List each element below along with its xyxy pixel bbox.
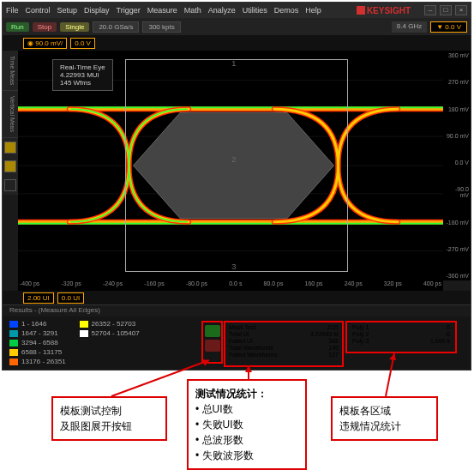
menu-demos[interactable]: Demos xyxy=(274,6,299,15)
eye-info-wfms: 145 Wfms xyxy=(60,79,105,87)
stat-label: Total UI xyxy=(229,331,249,337)
legend-label: 6588 - 13175 xyxy=(21,348,62,356)
y-axis-scale: 360 mV 270 mV 180 mV 90.0 mV 0.0 V -90.0… xyxy=(443,51,471,280)
trigger-freq[interactable]: 8.4 GHz xyxy=(392,21,427,33)
eye-diagram-plot[interactable]: 1 2 3 Real-Time Eye 4.22993 MUI 145 Wfms xyxy=(18,51,443,280)
stat-label: Mask Test xyxy=(229,324,255,330)
menu-analyze[interactable]: Analyze xyxy=(208,6,236,15)
stat-value: 127 xyxy=(328,352,339,358)
x-axis-scale: -400 ps -320 ps -240 ps -160 ps -80.0 ps… xyxy=(18,280,443,291)
stat-value: 4.22993 M xyxy=(310,331,339,337)
toolbar: Run Stop Single 20.0 GSa/s 300 kpts 8.4 … xyxy=(3,18,471,35)
tool3-icon[interactable] xyxy=(4,179,16,191)
menu-utilities[interactable]: Utilities xyxy=(243,6,267,15)
annotation-poly-violation: 模板各区域 违规情况统计 xyxy=(331,396,438,441)
mem-depth[interactable]: 300 kpts xyxy=(142,21,180,33)
stat-label: Total Waveforms xyxy=(229,345,273,351)
menu-measure[interactable]: Measure xyxy=(147,6,177,15)
x-tick: -320 ps xyxy=(61,280,81,291)
annot-bullet: 总UI数 xyxy=(202,403,233,415)
x-tick: 240 ps xyxy=(345,280,363,291)
menu-math[interactable]: Math xyxy=(184,6,201,15)
annotation-mask-control: 模板测试控制 及眼图展开按钮 xyxy=(51,396,167,441)
y-tick: -360 mV xyxy=(445,273,469,279)
menu-display[interactable]: Display xyxy=(84,6,110,15)
oscilloscope-window: File Control Setup Display Trigger Measu… xyxy=(2,2,471,371)
stat-label: Failed UI xyxy=(229,338,253,344)
annotation-test-stats: 测试情况统计： • 总UI数 • 失败UI数 • 总波形数 • 失败波形数 xyxy=(187,379,307,470)
single-button[interactable]: Single xyxy=(60,22,89,32)
legend-swatch xyxy=(9,340,18,346)
legend-label: 52704 - 105407 xyxy=(92,329,140,337)
stat-label: Failed Waveforms xyxy=(229,352,277,358)
annot-text: 模板各区域 xyxy=(339,403,429,419)
eye-info-mui: 4.22993 MUI xyxy=(60,71,105,79)
polygon-violation-panel: Poly 10 Poly 20 Poly 31.666 k xyxy=(345,321,457,353)
annot-text: 及眼图展开按钮 xyxy=(60,419,159,434)
legend-label: 13176 - 26351 xyxy=(21,358,66,365)
channel-scale[interactable]: ◉ 90.0 mV/ xyxy=(23,38,67,49)
legend-swatch xyxy=(80,321,88,328)
stop-button[interactable]: Stop xyxy=(33,22,57,32)
window-controls: – □ × xyxy=(424,5,467,15)
x-tick: -160 ps xyxy=(144,280,164,291)
annot-bullet: 失败UI数 xyxy=(202,419,243,431)
svg-text:2: 2 xyxy=(231,154,237,164)
mask-enable-button[interactable] xyxy=(205,325,220,337)
tab-vertical-meas[interactable]: Vertical Meas xyxy=(3,91,18,138)
menu-file[interactable]: File xyxy=(6,6,19,15)
color-legend-1: 1 - 1646 1647 - 3291 3294 - 6588 6588 - … xyxy=(3,316,73,370)
trigger-level[interactable]: ▼ 0.0 V xyxy=(430,21,467,33)
x-tick: 0.0 s xyxy=(229,280,242,291)
menu-trigger[interactable]: Trigger xyxy=(117,6,141,15)
close-button[interactable]: × xyxy=(455,5,467,15)
legend-swatch xyxy=(80,330,88,337)
legend-swatch xyxy=(9,349,18,356)
y-tick: -90.0 mV xyxy=(445,186,469,198)
y-tick: -270 mV xyxy=(445,246,469,252)
ui-scale[interactable]: 2.00 UI xyxy=(23,292,54,304)
channel-bar: ◉ 90.0 mV/ 0.0 V xyxy=(3,35,471,51)
annot-text: 模板测试控制 xyxy=(60,403,159,419)
marker1-icon[interactable] xyxy=(4,142,16,154)
legend-label: 3294 - 6588 xyxy=(21,339,58,346)
annot-text: 违规情况统计 xyxy=(339,419,429,434)
menubar: File Control Setup Display Trigger Measu… xyxy=(3,3,471,18)
legend-label: 1647 - 3291 xyxy=(21,329,58,337)
x-tick: 400 ps xyxy=(423,280,441,291)
y-tick: 0.0 V xyxy=(445,160,469,166)
y-tick: 90.0 mV xyxy=(445,133,469,139)
left-sidebar: Time Meas Vertical Meas xyxy=(3,51,18,195)
annot-title: 测试情况统计： xyxy=(195,386,298,401)
svg-text:3: 3 xyxy=(231,262,237,271)
brand-text: KEYSIGHT xyxy=(367,6,411,15)
ui-offset[interactable]: 0.0 UI xyxy=(57,292,84,304)
legend-label: 1 - 1646 xyxy=(21,320,46,328)
poly-label: Poly 3 xyxy=(352,338,369,344)
eye-unfold-button[interactable] xyxy=(205,340,220,352)
x-tick: -240 ps xyxy=(103,280,123,291)
marker2-icon[interactable] xyxy=(4,160,16,172)
annot-bullet: 失败波形数 xyxy=(202,449,254,461)
legend-label: 26352 - 52703 xyxy=(92,320,136,328)
eye-info-box: Real-Time Eye 4.22993 MUI 145 Wfms xyxy=(52,59,113,91)
tab-time-meas[interactable]: Time Meas xyxy=(3,51,18,91)
y-tick: 360 mV xyxy=(445,52,469,58)
annot-bullet: 总波形数 xyxy=(202,434,243,446)
stat-value: 2G5 xyxy=(327,324,339,330)
run-button[interactable]: Run xyxy=(6,22,29,32)
mask-statistics-panel: Mask Test2G5 Total UI4.22993 M Failed UI… xyxy=(224,321,344,367)
svg-text:1: 1 xyxy=(231,58,237,68)
sample-rate[interactable]: 20.0 GSa/s xyxy=(93,21,139,33)
menu-help[interactable]: Help xyxy=(305,6,321,15)
color-legend-2: 26352 - 52703 52704 - 105407 xyxy=(73,316,147,370)
mask-control-buttons xyxy=(201,321,223,364)
y-tick: 270 mV xyxy=(445,79,469,85)
maximize-button[interactable]: □ xyxy=(440,5,452,15)
menu-setup[interactable]: Setup xyxy=(57,6,78,15)
minimize-button[interactable]: – xyxy=(424,5,436,15)
legend-swatch xyxy=(9,359,18,365)
channel-offset[interactable]: 0.0 V xyxy=(70,38,95,49)
menu-control[interactable]: Control xyxy=(26,6,51,15)
poly-value: 0 xyxy=(447,331,450,337)
